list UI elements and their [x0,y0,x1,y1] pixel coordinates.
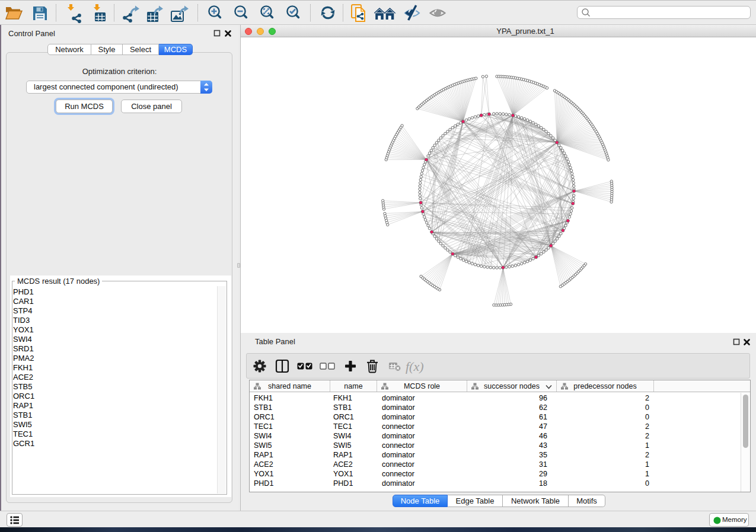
svg-text:f(x): f(x) [406,359,424,374]
